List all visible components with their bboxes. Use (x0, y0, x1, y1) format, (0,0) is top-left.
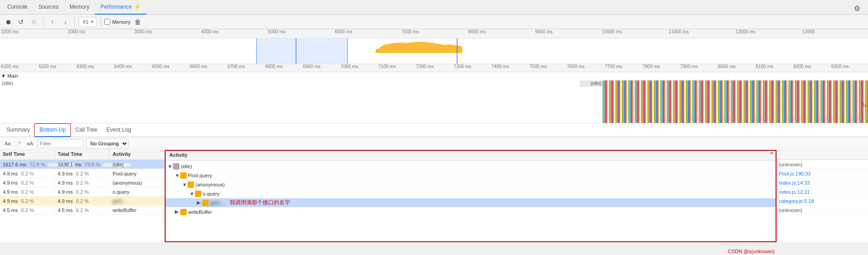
tree-toggle-0[interactable]: ▼ (167, 164, 173, 169)
filter-case-toggle[interactable]: aA (25, 140, 35, 147)
tree-row-oquery[interactable]: ▼ o.query (166, 189, 776, 198)
cell-total-3: 4.9 ms 0.2 % (55, 188, 110, 196)
detail-tick-16: 7700 ms (604, 64, 642, 72)
tab-call-tree[interactable]: Call Tree (71, 123, 102, 137)
filter-regex-toggle[interactable]: .* (15, 140, 22, 147)
profile-selector-wrap: #1 ▼ (79, 17, 97, 27)
header-total-time[interactable]: Total Time (55, 150, 110, 159)
ruler-tick-5: 6000 ms (334, 29, 401, 34)
detail-tick-12: 7300 ms (453, 64, 491, 72)
source-link-1[interactable]: Pool.js:190:33 (779, 171, 811, 176)
timeline-selection[interactable] (256, 38, 348, 64)
table-row[interactable]: 1617.6 ms 72.8 % 1638.1 ms 73.8 % (idle) (0, 160, 164, 169)
detail-tick-7: 6800 ms (264, 64, 302, 72)
tree-row-writebuffer[interactable]: ▶ writeBuffer (166, 207, 776, 217)
tree-name-4: getC.... (210, 200, 226, 206)
tree-toggle-2[interactable]: ▼ (182, 182, 188, 187)
header-self-time[interactable]: Self Time (0, 150, 55, 159)
source-row-2[interactable]: index.js:14:33 (777, 178, 868, 187)
tab-memory[interactable]: Memory (64, 0, 95, 15)
data-table-wrap: Self Time Total Time Activity 1617.6 ms … (0, 150, 868, 242)
tab-bottom-up[interactable]: Bottom-Up (34, 123, 70, 137)
tab-summary[interactable]: Summary (2, 123, 34, 137)
ruler-tick-0: 1000 ms (0, 29, 67, 34)
header-activity[interactable]: Activity (110, 150, 164, 159)
tree-row-pool-query[interactable]: ▼ Pool.query (166, 171, 776, 180)
tab-performance[interactable]: Performance ⚡ (95, 0, 146, 15)
reload-button[interactable]: ↺ (16, 16, 27, 27)
expand-button[interactable]: ⇥ (767, 150, 775, 156)
filter-bar: Aa .* aA No Grouping (0, 137, 868, 150)
tab-event-log[interactable]: Event Log (102, 123, 136, 137)
tree-name-2: (anonymous) (195, 182, 225, 187)
clear-button[interactable]: ⊘ (28, 16, 39, 27)
table-row[interactable]: 4.9 ms 0.2 % 4.9 ms 0.2 % getC... (0, 197, 164, 206)
cell-self-1: 4.9 ms 0.2 % (0, 170, 55, 177)
download-button[interactable]: ↓ (60, 16, 71, 27)
source-row-4[interactable]: category.js:5:18 (777, 197, 868, 206)
profile-dropdown-icon: ▼ (90, 20, 94, 24)
source-link-3[interactable]: index.js:12:21 (779, 189, 810, 195)
detail-tick-21: 8200 ms (793, 64, 830, 72)
filter-aa-toggle[interactable]: Aa (3, 140, 12, 147)
detail-tick-3: 6400 ms (113, 64, 151, 72)
source-link-4[interactable]: category.js:5:18 (779, 198, 814, 204)
n-label: N (863, 102, 866, 108)
table-row[interactable]: 4.5 ms 0.2 % 4.5 ms 0.2 % writeBuffer (0, 206, 164, 215)
detail-tick-17: 7800 ms (642, 64, 679, 72)
tree-name-5: writeBuffer (188, 209, 212, 215)
source-row-1[interactable]: Pool.js:190:33 (777, 169, 868, 178)
memory-checkbox-label[interactable]: Memory (104, 19, 130, 25)
settings-button[interactable]: ⚙ (852, 3, 863, 14)
annotation-text: 我调用滴那个接口的名字 (230, 199, 290, 207)
tab-console[interactable]: Console (2, 0, 33, 15)
ruler-tick-3: 4000 ms (200, 29, 267, 34)
ruler-tick-11: 12000 ms (734, 29, 801, 34)
detail-timeline-content: ▼ Main (idle) (idle) N (0, 72, 868, 123)
detail-tick-20: 8100 ms (755, 64, 793, 72)
tree-toggle-5[interactable]: ▶ (175, 209, 180, 215)
delete-button[interactable]: 🗑 (132, 16, 143, 27)
table-header: Self Time Total Time Activity (0, 150, 164, 160)
cell-activity-1: Pool.query (110, 170, 164, 177)
source-unknown-5: (unknown) (779, 207, 802, 213)
cell-self-4: 4.9 ms 0.2 % (0, 197, 55, 205)
tree-name-3: o.query (203, 191, 220, 197)
filter-input[interactable] (38, 139, 83, 148)
tree-toggle-1[interactable]: ▼ (175, 173, 180, 178)
table-row[interactable]: 4.9 ms 0.2 % 4.9 ms 0.2 % Pool.query (0, 169, 164, 178)
upload-button[interactable]: ↑ (47, 16, 58, 27)
warning-triangle: ▲ (374, 47, 380, 53)
tree-toggle-3[interactable]: ▼ (189, 191, 195, 197)
tree-toggle-4[interactable]: ▶ (197, 200, 202, 206)
ruler-tick-8: 9000 ms (534, 29, 601, 34)
table-row[interactable]: 4.9 ms 0.2 % 4.9 ms 0.2 % o.query (0, 187, 164, 197)
overview-timeline[interactable]: ▲ (0, 38, 868, 64)
detail-tick-10: 7100 ms (377, 64, 415, 72)
detail-tick-1: 6200 ms (38, 64, 75, 72)
detail-tick-5: 6600 ms (189, 64, 226, 72)
tree-icon-1 (180, 172, 187, 179)
source-unknown-0: (unknown) (779, 162, 802, 167)
cell-self-5: 4.5 ms 0.2 % (0, 207, 55, 214)
table-row[interactable]: 4.9 ms 0.2 % 4.9 ms 0.2 % (anonymous) (0, 178, 164, 187)
source-panel: (unknown) Pool.js:190:33 index.js:14:33 … (776, 150, 868, 242)
source-row-5: (unknown) (777, 206, 868, 215)
activity-panel-header: Activity (166, 151, 776, 161)
ruler-tick-1: 2000 ms (67, 29, 134, 34)
detail-tick-18: 7900 ms (679, 64, 717, 72)
record-button[interactable]: ⏺ (3, 16, 14, 27)
tab-sources[interactable]: Sources (33, 0, 64, 15)
grouping-select[interactable]: No Grouping (86, 138, 129, 149)
detail-tick-0: 6100 ms (0, 64, 38, 72)
tree-row-getc[interactable]: ▶ getC.... 我调用滴那个接口的名字 (166, 198, 776, 207)
separator-3 (100, 17, 101, 27)
source-row-3[interactable]: index.js:12:21 (777, 187, 868, 197)
detail-tick-22: 8300 ms (830, 64, 868, 72)
detail-tick-14: 7500 ms (528, 64, 566, 72)
ruler-tick-9: 10000 ms (601, 29, 668, 34)
memory-checkbox[interactable] (104, 19, 110, 25)
tree-row-anonymous[interactable]: ▼ (anonymous) (166, 180, 776, 189)
source-link-2[interactable]: index.js:14:33 (779, 180, 810, 186)
tree-row-idle[interactable]: ▼ (idle) (166, 162, 776, 171)
